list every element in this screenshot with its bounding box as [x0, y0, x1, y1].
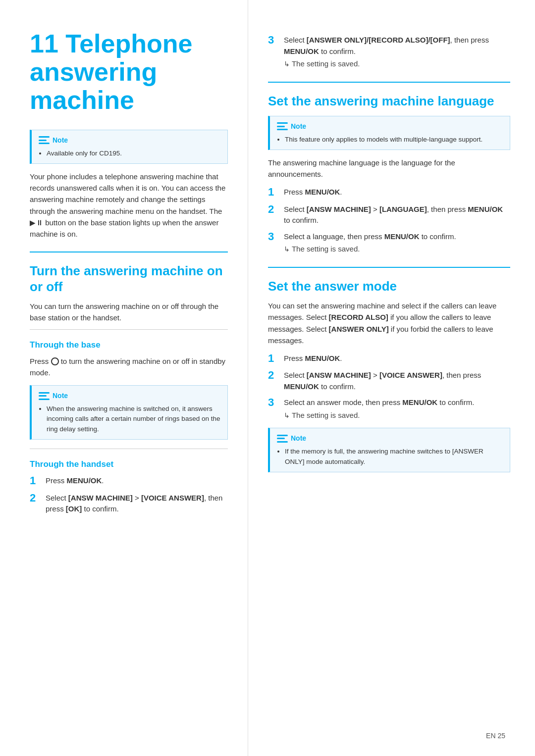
divider-2 [268, 82, 510, 83]
section3-note-item: If the memory is full, the answering mac… [285, 447, 503, 467]
section3-step-2: 2 Select [ANSW MACHINE] > [VOICE ANSWER]… [268, 369, 510, 392]
section2-step-1: 1 Press MENU/OK. [268, 186, 510, 199]
intro-note-list: Available only for CD195. [39, 149, 220, 158]
handset-step-2-text: Select [ANSW MACHINE] > [VOICE ANSWER], … [46, 492, 228, 515]
section2-note-list: This feature only applies to models with… [277, 135, 503, 145]
section3-step-1-text: Press MENU/OK. [284, 352, 342, 364]
section2-step-2: 2 Select [ANSW MACHINE] > [LANGUAGE], th… [268, 203, 510, 226]
section2-note-header: Note [277, 121, 503, 132]
section2-heading: Set the answering machine language [268, 94, 510, 109]
divider-3 [268, 267, 510, 268]
intro-note-header: Note [39, 135, 220, 146]
handset-step-1-text: Press MENU/OK. [46, 474, 104, 487]
section3-step-3-result: The setting is saved. [284, 410, 474, 421]
handset-step-2: 2 Select [ANSW MACHINE] > [VOICE ANSWER]… [30, 492, 228, 515]
prev-steps: 3 Select [ANSWER ONLY]/[RECORD ALSO]/[OF… [268, 34, 510, 70]
section2-step-1-text: Press MENU/OK. [284, 186, 342, 198]
section2-step-3-result: The setting is saved. [284, 244, 456, 255]
base-note-list: When the answering machine is switched o… [39, 404, 220, 434]
intro-note-box: Note Available only for CD195. [30, 130, 228, 164]
note-icon-2 [39, 392, 50, 400]
section3-note-list: If the memory is full, the answering mac… [277, 447, 503, 467]
section3-step-3: 3 Select an answer mode, then press MENU… [268, 396, 510, 421]
note-icon-4 [277, 435, 288, 443]
intro-note-item: Available only for CD195. [47, 149, 220, 158]
base-note-item: When the answering machine is switched o… [47, 404, 220, 434]
section2-step-3-text: Select a language, then press MENU/OK to… [284, 230, 456, 255]
section2-body: The answering machine language is the la… [268, 157, 510, 180]
section3-note-header: Note [277, 433, 503, 444]
sub-divider-2 [30, 449, 228, 449]
section3-note-box: Note If the memory is full, the answerin… [268, 428, 510, 472]
prev-step-3: 3 Select [ANSWER ONLY]/[RECORD ALSO]/[OF… [268, 34, 510, 70]
section3-steps: 1 Press MENU/OK. 2 Select [ANSW MACHINE]… [268, 352, 510, 421]
page-footer: EN 25 [486, 731, 505, 741]
through-base-body: Press to turn the answering machine on o… [30, 355, 228, 379]
section1-body: You can turn the answering machine on or… [30, 301, 228, 324]
power-icon [51, 357, 59, 365]
prev-step-3-result: The setting is saved. [284, 58, 510, 70]
base-note-header: Note [39, 391, 220, 401]
page-title: 11 Telephone answering machine [30, 30, 228, 115]
handset-step-1: 1 Press MENU/OK. [30, 474, 228, 487]
sub-divider-1 [30, 329, 228, 330]
prev-step-3-text: Select [ANSWER ONLY]/[RECORD ALSO]/[OFF]… [284, 34, 510, 70]
section2-step-3: 3 Select a language, then press MENU/OK … [268, 230, 510, 255]
section2-note-item: This feature only applies to models with… [285, 135, 503, 145]
section3-body: You can set the answering machine and se… [268, 300, 510, 346]
right-column: 3 Select [ANSWER ONLY]/[RECORD ALSO]/[OF… [248, 0, 535, 756]
handset-steps: 1 Press MENU/OK. 2 Select [ANSW MACHINE]… [30, 474, 228, 514]
section1-heading: Turn the answering machine on or off [30, 263, 228, 294]
divider-1 [30, 252, 228, 252]
section3-step-3-text: Select an answer mode, then press MENU/O… [284, 396, 474, 421]
note-icon [39, 136, 50, 144]
base-note-box: Note When the answering machine is switc… [30, 385, 228, 440]
sub-heading-handset: Through the handset [30, 458, 228, 471]
section2-step-2-text: Select [ANSW MACHINE] > [LANGUAGE], then… [284, 203, 510, 226]
section3-step-2-text: Select [ANSW MACHINE] > [VOICE ANSWER], … [284, 369, 510, 392]
intro-body: Your phone includes a telephone answerin… [30, 171, 228, 240]
note-icon-3 [277, 122, 288, 130]
section2-note-box: Note This feature only applies to models… [268, 116, 510, 150]
section3-step-1: 1 Press MENU/OK. [268, 352, 510, 365]
left-column: 11 Telephone answering machine Note Avai… [0, 0, 248, 756]
section3-heading: Set the answer mode [268, 279, 510, 294]
title-num: 11 [30, 29, 58, 58]
sub-heading-base: Through the base [30, 339, 228, 352]
section2-steps: 1 Press MENU/OK. 2 Select [ANSW MACHINE]… [268, 186, 510, 254]
